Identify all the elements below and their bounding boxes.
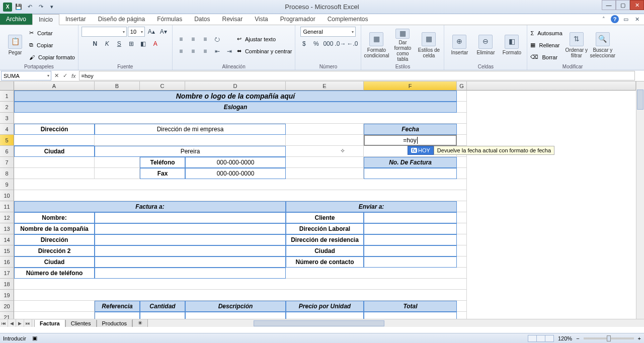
cell-dir-res-label[interactable]: Dirección de residencia (286, 234, 364, 245)
align-center-icon[interactable]: ≡ (188, 46, 199, 56)
align-top-icon[interactable]: ≡ (176, 34, 187, 44)
format-cells-button[interactable]: ◧Formato (500, 29, 524, 62)
qat-customize-icon[interactable]: ▾ (47, 3, 56, 12)
cell-ciudad2-label[interactable]: Ciudad (14, 256, 95, 268)
conditional-format-button[interactable]: ▦Formato condicional (364, 29, 388, 62)
cell-factura-a-header[interactable]: Factura a: (14, 201, 286, 212)
help-icon[interactable]: ? (611, 15, 619, 23)
cell-ciudad3-label[interactable]: Ciudad (286, 245, 364, 256)
tab-diseno[interactable]: Diseño de página (92, 14, 151, 25)
row-header-13[interactable]: 13 (0, 223, 14, 234)
name-box[interactable]: SUMA (1, 71, 51, 80)
row-header-12[interactable]: 12 (0, 212, 14, 223)
cell-direccion2-label[interactable]: Dirección (14, 234, 95, 245)
sheet-tab-factura[interactable]: Factura (34, 320, 65, 327)
close-button[interactable]: ✕ (630, 0, 644, 10)
cell-fax-label[interactable]: Fax (140, 168, 185, 179)
scrollbar-thumb[interactable] (254, 320, 384, 326)
enter-formula-icon[interactable]: ✓ (63, 72, 67, 79)
delete-cells-button[interactable]: ⊖Eliminar (473, 29, 498, 62)
view-layout-icon[interactable] (536, 335, 545, 342)
cell-slogan[interactable]: Eslogan (14, 102, 457, 113)
row-header-17[interactable]: 17 (0, 268, 14, 279)
sheet-nav-next-icon[interactable]: ▶ (16, 319, 24, 327)
cell-num-tel-label[interactable]: Número de teléfono (14, 268, 95, 279)
col-header-f[interactable]: F (364, 81, 457, 91)
window-options-icon[interactable]: ▭ (622, 15, 630, 23)
row-header-15[interactable]: 15 (0, 245, 14, 256)
tab-programador[interactable]: Programador (274, 14, 321, 25)
function-suggestion[interactable]: fxHOY (408, 146, 434, 155)
cell-styles-button[interactable]: ▦Estilos de celda (417, 29, 441, 62)
orientation-icon[interactable]: ⭮ (212, 34, 223, 44)
zoom-thumb[interactable] (607, 335, 611, 341)
new-sheet-button[interactable]: ✳ (132, 319, 148, 327)
zoom-level[interactable]: 120% (558, 335, 572, 341)
row-header-6[interactable]: 6 (0, 146, 14, 157)
cut-button[interactable]: ✂ Cortar (29, 28, 75, 39)
row-header-19[interactable]: 19 (0, 290, 14, 301)
view-normal-icon[interactable] (528, 335, 537, 342)
row-header-20[interactable]: 20 (0, 301, 14, 312)
col-header-c[interactable]: C (140, 81, 185, 91)
row-header-9[interactable]: 9 (0, 179, 14, 190)
number-format-combo[interactable]: General (300, 27, 356, 37)
redo-icon[interactable]: ↷ (36, 3, 45, 12)
cells[interactable]: Nombre o logo de la compañía aquí Esloga… (14, 91, 636, 319)
row-header-4[interactable]: 4 (0, 124, 14, 135)
cell-fecha-value[interactable]: =hoy (364, 135, 457, 146)
cell-fax-value[interactable]: 000-000-0000 (185, 168, 286, 179)
row-header-16[interactable]: 16 (0, 256, 14, 268)
zoom-slider[interactable] (584, 337, 634, 339)
sheet-nav-first-icon[interactable]: ⏮ (0, 319, 8, 327)
increase-decimal-icon[interactable]: .0→ (335, 39, 346, 49)
cell-factura-no-label[interactable]: No. De Factura (364, 157, 457, 168)
tab-inicio[interactable]: Inicio (32, 14, 59, 25)
row-header-2[interactable]: 2 (0, 102, 14, 113)
thousands-button[interactable]: 000 (323, 39, 334, 49)
tab-formulas[interactable]: Fórmulas (151, 14, 188, 25)
cell-ciudad-value[interactable]: Pereira (95, 146, 286, 157)
increase-font-icon[interactable]: A▴ (146, 27, 157, 37)
col-header-a[interactable]: A (14, 81, 95, 91)
sort-filter-button[interactable]: ⇅Ordenar y filtrar (565, 29, 589, 62)
align-middle-icon[interactable]: ≡ (188, 34, 199, 44)
insert-function-icon[interactable]: fx (71, 73, 76, 79)
cell-telefono-label[interactable]: Teléfono (140, 157, 185, 168)
cell-dir-laboral-label[interactable]: Dirección Laboral (286, 223, 364, 234)
tab-insertar[interactable]: Insertar (59, 14, 92, 25)
tab-datos[interactable]: Datos (188, 14, 216, 25)
sheet-tab-productos[interactable]: Productos (97, 320, 133, 327)
macro-record-icon[interactable]: ▣ (32, 335, 37, 341)
cell-ref-header[interactable]: Referencia (95, 301, 140, 312)
file-tab[interactable]: Archivo (0, 14, 32, 25)
vertical-scrollbar[interactable] (636, 81, 644, 319)
underline-button[interactable]: S (114, 39, 125, 49)
italic-button[interactable]: K (102, 39, 113, 49)
bold-button[interactable]: N (90, 39, 101, 49)
percent-button[interactable]: % (310, 39, 321, 49)
find-select-button[interactable]: 🔍Buscar y seleccionar (591, 29, 615, 62)
cell-descripcion-header[interactable]: Descripción (185, 301, 286, 312)
merge-center-button[interactable]: ⬌ Combinar y centrar (237, 46, 292, 57)
save-icon[interactable]: 💾 (14, 3, 23, 12)
decrease-decimal-icon[interactable]: ←.0 (347, 39, 358, 49)
cell-ciudad-label[interactable]: Ciudad (14, 146, 95, 157)
select-all-corner[interactable] (0, 81, 14, 91)
scrollbar-thumb[interactable] (637, 90, 643, 110)
font-color-button[interactable]: A (150, 39, 161, 49)
row-header-18[interactable]: 18 (0, 279, 14, 290)
row-header-8[interactable]: 8 (0, 168, 14, 179)
row-header-11[interactable]: 11 (0, 201, 14, 212)
decrease-font-icon[interactable]: A▾ (158, 27, 169, 37)
zoom-in-icon[interactable]: + (638, 335, 641, 341)
col-header-d[interactable]: D (185, 81, 286, 91)
minimize-ribbon-icon[interactable]: ˄ (600, 15, 608, 23)
align-bottom-icon[interactable]: ≡ (200, 34, 211, 44)
copy-button[interactable]: ⧉ Copiar (29, 40, 75, 51)
decrease-indent-icon[interactable]: ⇤ (212, 46, 223, 56)
cell-fecha-label[interactable]: Fecha (364, 124, 457, 135)
cell-nombre-compania-label[interactable]: Nombre de la compañía (14, 223, 95, 234)
close-workbook-icon[interactable]: ✕ (633, 15, 641, 23)
sheet-tab-clientes[interactable]: Clientes (65, 320, 97, 327)
